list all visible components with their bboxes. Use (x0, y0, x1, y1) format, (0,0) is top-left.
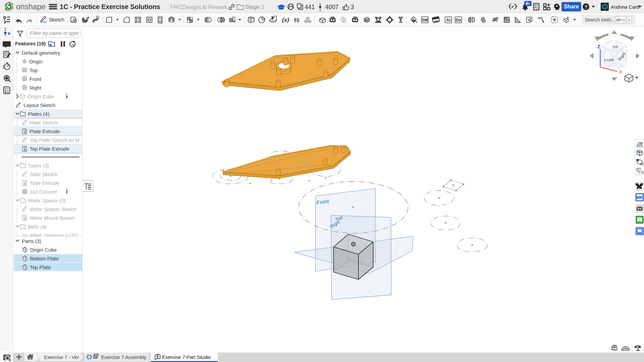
svg-text:3: 3 (351, 4, 354, 10)
svg-text:?: ? (584, 4, 587, 10)
svg-text:Ds: Ds (456, 17, 461, 22)
svg-text:X: X (619, 69, 622, 74)
svg-text:SM: SM (422, 18, 428, 22)
svg-text:c: c (628, 18, 630, 22)
svg-text:441: 441 (305, 4, 315, 10)
svg-text:9+: 9+ (526, 1, 530, 6)
svg-text:Ai: Ai (446, 17, 451, 22)
svg-text:(x): (x) (22, 233, 27, 236)
svg-text:Exercise 7 Part Studio: Exercise 7 Part Studio (162, 354, 211, 360)
svg-text:onshape: onshape (16, 2, 46, 11)
svg-text:Andrew Card: Andrew Card (611, 4, 639, 10)
svg-text:MK: MK (637, 195, 643, 200)
svg-text:Search tools...: Search tools... (585, 17, 615, 22)
svg-text:Z: Z (597, 44, 600, 49)
svg-text:Sketch: Sketch (49, 17, 64, 22)
svg-text:Exercise 7 - Ver: Exercise 7 - Ver (44, 354, 79, 360)
svg-text:BoB: BoB (638, 205, 641, 207)
svg-text:Exercise 7 Assembly: Exercise 7 Assembly (101, 354, 147, 360)
svg-text:Stage 1: Stage 1 (245, 4, 264, 10)
svg-text:alt/⌥: alt/⌥ (616, 18, 625, 22)
svg-text:x): x) (640, 170, 644, 174)
svg-text:FRCDesignLib Rework: FRCDesignLib Rework (170, 4, 228, 10)
svg-text:4007: 4007 (325, 4, 339, 10)
svg-text:( ): ( ) (294, 17, 299, 23)
svg-text:(x): (x) (282, 17, 289, 23)
svg-text:1C - Practice Exercise Solutio: 1C - Practice Exercise Solutions (60, 3, 160, 10)
